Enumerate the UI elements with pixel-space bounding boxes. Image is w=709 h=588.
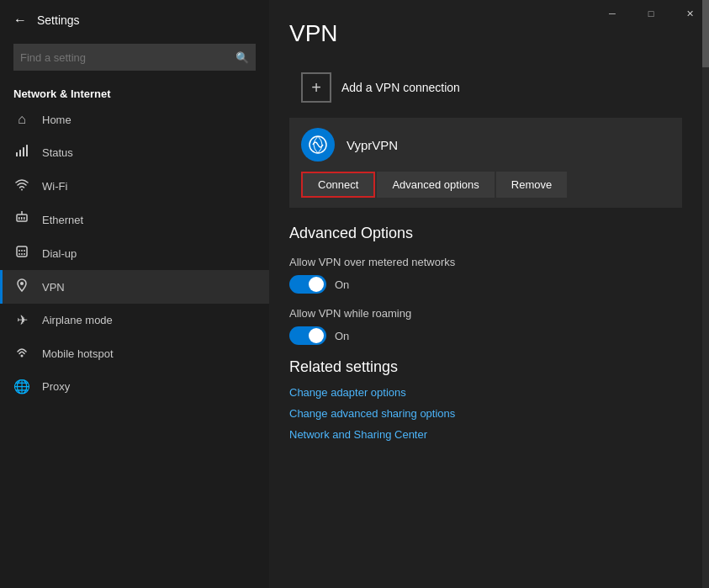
svg-rect-0: [16, 152, 18, 156]
nav-item-home[interactable]: ⌂ Home: [0, 103, 269, 135]
main-content: ─ □ ✕ VPN + Add a VPN connection Vy: [269, 0, 709, 588]
minimize-button[interactable]: ─: [593, 0, 632, 27]
svg-rect-8: [24, 217, 25, 220]
roaming-toggle-text: On: [335, 330, 349, 342]
wifi-icon: [13, 177, 30, 194]
vpn-actions: Connect Advanced options Remove: [289, 172, 682, 208]
dialup-icon: [13, 245, 30, 262]
status-icon: [13, 144, 30, 161]
svg-point-17: [20, 282, 24, 285]
nav-label-wifi: Wi-Fi: [42, 180, 67, 193]
svg-point-13: [24, 250, 25, 252]
titlebar: ← Settings: [0, 0, 269, 40]
nav-label-airplane: Airplane mode: [42, 314, 113, 326]
advanced-options-title: Advanced Options: [289, 225, 682, 242]
roaming-toggle-control: On: [289, 326, 682, 345]
roaming-label: Allow VPN while roaming: [289, 307, 682, 320]
nav-label-vpn: VPN: [42, 281, 65, 294]
maximize-button[interactable]: □: [632, 0, 670, 27]
remove-button[interactable]: Remove: [496, 172, 567, 198]
nav-label-status: Status: [42, 146, 73, 159]
svg-point-11: [19, 250, 20, 252]
airplane-icon: ✈: [13, 312, 30, 328]
window-controls: ─ □ ✕: [593, 0, 709, 27]
svg-rect-2: [23, 147, 24, 156]
svg-point-4: [21, 189, 23, 191]
nav-item-airplane[interactable]: ✈ Airplane mode: [0, 304, 269, 336]
svg-rect-1: [19, 150, 21, 156]
nav-item-vpn[interactable]: VPN: [0, 270, 269, 304]
nav-label-ethernet: Ethernet: [42, 214, 83, 226]
nav-item-dialup[interactable]: Dial-up: [0, 236, 269, 270]
back-button[interactable]: ←: [13, 13, 27, 28]
add-vpn-button[interactable]: + Add a VPN connection: [289, 64, 472, 111]
search-icon: 🔍: [235, 51, 249, 64]
back-icon: ←: [13, 13, 27, 28]
proxy-icon: 🌐: [13, 379, 30, 395]
metered-toggle-control: On: [289, 275, 682, 294]
metered-networks-row: Allow VPN over metered networks On: [289, 256, 682, 294]
svg-rect-6: [19, 217, 20, 220]
scrollbar-track: [702, 0, 709, 588]
nav-label-proxy: Proxy: [42, 380, 70, 393]
add-vpn-label: Add a VPN connection: [341, 81, 460, 94]
nav-item-hotspot[interactable]: Mobile hotspot: [0, 336, 269, 370]
related-settings-title: Related settings: [289, 358, 682, 376]
change-sharing-options-link[interactable]: Change advanced sharing options: [289, 407, 682, 420]
roaming-toggle[interactable]: [289, 326, 326, 345]
connect-button[interactable]: Connect: [301, 172, 375, 198]
search-input[interactable]: [20, 51, 235, 64]
nav-item-status[interactable]: Status: [0, 135, 269, 169]
roaming-row: Allow VPN while roaming On: [289, 307, 682, 345]
advanced-options-button[interactable]: Advanced options: [377, 172, 494, 198]
svg-point-15: [21, 253, 23, 255]
main-scroll-area[interactable]: VPN + Add a VPN connection VyprVPN: [269, 0, 709, 588]
related-settings-section: Related settings Change adapter options …: [289, 358, 682, 441]
metered-toggle[interactable]: [289, 275, 326, 294]
vpn-name: VyprVPN: [347, 138, 398, 152]
sidebar: ← Settings 🔍 Network & Internet ⌂ Home S…: [0, 0, 269, 588]
svg-point-12: [21, 250, 23, 252]
svg-point-14: [19, 253, 20, 255]
svg-rect-7: [21, 217, 23, 220]
ethernet-icon: [13, 211, 30, 228]
vpn-icon: [13, 278, 30, 295]
section-label: Network & Internet: [0, 81, 269, 103]
svg-rect-3: [26, 145, 28, 156]
vpn-header: VyprVPN: [289, 118, 682, 172]
vpn-logo: [301, 128, 335, 162]
scrollbar-thumb[interactable]: [702, 0, 709, 67]
vpn-card: VyprVPN Connect Advanced options Remove: [289, 118, 682, 208]
metered-label: Allow VPN over metered networks: [289, 256, 682, 268]
metered-toggle-text: On: [335, 278, 349, 291]
nav-label-dialup: Dial-up: [42, 247, 77, 260]
network-sharing-center-link[interactable]: Network and Sharing Center: [289, 428, 682, 441]
sidebar-title: Settings: [37, 13, 80, 27]
nav-label-hotspot: Mobile hotspot: [42, 347, 114, 360]
nav-item-ethernet[interactable]: Ethernet: [0, 203, 269, 236]
hotspot-icon: [13, 345, 30, 362]
nav-item-proxy[interactable]: 🌐 Proxy: [0, 370, 269, 403]
svg-point-18: [21, 355, 24, 358]
change-adapter-options-link[interactable]: Change adapter options: [289, 386, 682, 399]
svg-point-16: [24, 253, 25, 255]
advanced-options-section: Advanced Options Allow VPN over metered …: [289, 225, 682, 345]
home-icon: ⌂: [13, 112, 30, 127]
search-box[interactable]: 🔍: [13, 44, 256, 71]
nav-label-home: Home: [42, 114, 71, 126]
add-vpn-icon: +: [301, 72, 331, 103]
nav-item-wifi[interactable]: Wi-Fi: [0, 169, 269, 203]
